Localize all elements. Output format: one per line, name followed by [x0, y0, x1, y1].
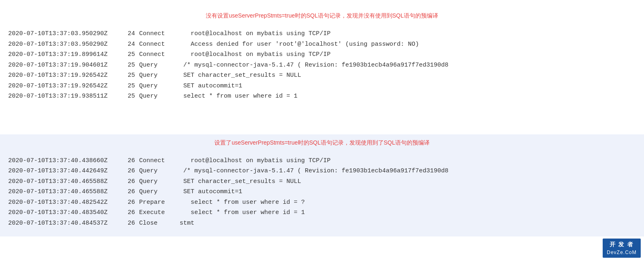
log-timestamp: 2020-07-10T13:37:19.926542Z [8, 81, 123, 91]
log-content: /* mysql-connector-java-5.1.47 ( Revisio… [176, 166, 636, 176]
log-line: 2020-07-10T13:37:40.465588Z26Query SET a… [8, 187, 636, 197]
log-id: 26 [123, 156, 135, 166]
log-id: 26 [123, 187, 135, 197]
log-line: 2020-07-10T13:37:19.926542Z25Query SET a… [8, 81, 636, 91]
log-content: /* mysql-connector-java-5.1.47 ( Revisio… [176, 60, 636, 71]
log-line: 2020-07-10T13:37:19.926542Z25Query SET c… [8, 70, 636, 81]
log-line: 2020-07-10T13:37:03.950290Z24Connect Acc… [8, 39, 636, 50]
log-id: 25 [123, 60, 135, 71]
log-content: root@localhost on mybatis using TCP/IP [176, 156, 636, 166]
log-content: stmt [176, 218, 636, 229]
log-timestamp: 2020-07-10T13:37:40.442649Z [8, 166, 123, 176]
log-type: Execute [139, 207, 176, 218]
log-id: 26 [123, 166, 135, 176]
log-type: Query [139, 81, 176, 91]
log-timestamp: 2020-07-10T13:37:40.438660Z [8, 156, 123, 166]
log-id: 26 [123, 176, 135, 187]
log-timestamp: 2020-07-10T13:37:19.899614Z [8, 49, 123, 60]
log-line: 2020-07-10T13:37:40.442649Z26Query /* my… [8, 166, 636, 176]
log-id: 25 [123, 81, 135, 91]
section1-log-block: 2020-07-10T13:37:03.950290Z24Connect roo… [0, 25, 644, 110]
log-id: 25 [123, 49, 135, 60]
log-timestamp: 2020-07-10T13:37:40.482542Z [8, 197, 123, 208]
log-line: 2020-07-10T13:37:19.938511Z25Query selec… [8, 91, 636, 102]
log-type: Query [139, 187, 176, 197]
page-container: 没有设置useServerPrepStmts=true时的SQL语句记录，发现并… [0, 0, 644, 245]
log-type: Query [139, 176, 176, 187]
log-timestamp: 2020-07-10T13:37:40.465588Z [8, 176, 123, 187]
log-timestamp: 2020-07-10T13:37:40.465588Z [8, 187, 123, 197]
log-line: 2020-07-10T13:37:40.465588Z26Query SET c… [8, 176, 636, 187]
log-line: 2020-07-10T13:37:03.950290Z24Connect roo… [8, 29, 636, 39]
log-type: Connect [139, 49, 176, 60]
log-id: 26 [123, 207, 135, 218]
log-id: 24 [123, 29, 135, 39]
log-timestamp: 2020-07-10T13:37:40.483540Z [8, 207, 123, 218]
log-content: select * from user where id = 1 [176, 207, 636, 218]
log-content: SET character_set_results = NULL [176, 176, 636, 187]
log-line: 2020-07-10T13:37:40.484537Z26Close stmt [8, 218, 636, 229]
log-timestamp: 2020-07-10T13:37:19.938511Z [8, 91, 123, 102]
log-content: root@localhost on mybatis using TCP/IP [176, 29, 636, 39]
log-type: Connect [139, 39, 176, 50]
watermark-line1: 开 发 者 [607, 240, 637, 249]
log-content: select * from user where id = ? [176, 197, 636, 208]
log-timestamp: 2020-07-10T13:37:19.904601Z [8, 60, 123, 71]
log-content: SET character_set_results = NULL [176, 70, 636, 81]
log-line: 2020-07-10T13:37:40.482542Z26Prepare sel… [8, 197, 636, 208]
log-id: 26 [123, 197, 135, 208]
section-divider [0, 110, 644, 134]
log-content: SET autocommit=1 [176, 187, 636, 197]
log-type: Query [139, 91, 176, 102]
log-id: 24 [123, 39, 135, 50]
log-line: 2020-07-10T13:37:40.483540Z26Execute sel… [8, 207, 636, 218]
log-timestamp: 2020-07-10T13:37:19.926542Z [8, 70, 123, 81]
watermark-line2: DevZe.CoM [607, 249, 637, 256]
log-id: 25 [123, 91, 135, 102]
log-type: Connect [139, 29, 176, 39]
section2-log-block: 2020-07-10T13:37:40.438660Z26Connect roo… [0, 152, 644, 237]
log-content: Access denied for user 'root'@'localhost… [176, 39, 636, 50]
log-type: Query [139, 166, 176, 176]
log-line: 2020-07-10T13:37:19.899614Z25Connect roo… [8, 49, 636, 60]
log-timestamp: 2020-07-10T13:37:03.950290Z [8, 29, 123, 39]
log-id: 25 [123, 70, 135, 81]
section2-header: 设置了useServerPrepStmts=true时的SQL语句记录，发现使用… [0, 134, 644, 152]
section1-header: 没有设置useServerPrepStmts=true时的SQL语句记录，发现并… [0, 8, 644, 25]
log-line: 2020-07-10T13:37:19.904601Z25Query /* my… [8, 60, 636, 71]
section1: 没有设置useServerPrepStmts=true时的SQL语句记录，发现并… [0, 8, 644, 110]
log-timestamp: 2020-07-10T13:37:03.950290Z [8, 39, 123, 50]
log-type: Close [139, 218, 176, 229]
log-type: Query [139, 60, 176, 71]
log-line: 2020-07-10T13:37:40.438660Z26Connect roo… [8, 156, 636, 166]
log-type: Prepare [139, 197, 176, 208]
section2: 设置了useServerPrepStmts=true时的SQL语句记录，发现使用… [0, 134, 644, 237]
log-content: SET autocommit=1 [176, 81, 636, 91]
log-id: 26 [123, 218, 135, 229]
log-type: Query [139, 70, 176, 81]
log-content: root@localhost on mybatis using TCP/IP [176, 49, 636, 60]
log-content: select * from user where id = 1 [176, 91, 636, 102]
watermark: 开 发 者 DevZe.CoM [603, 239, 641, 258]
log-type: Connect [139, 156, 176, 166]
log-timestamp: 2020-07-10T13:37:40.484537Z [8, 218, 123, 229]
